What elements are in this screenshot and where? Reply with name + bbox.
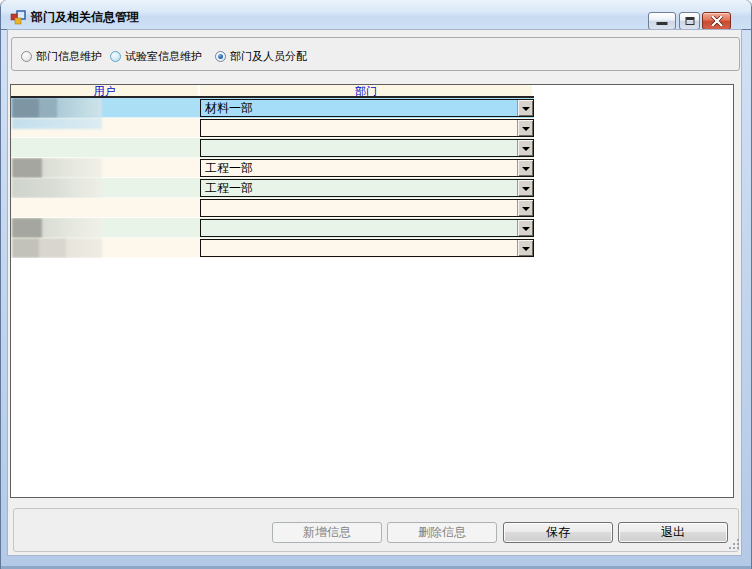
grid-row[interactable]: 工程一部 [11, 158, 534, 178]
department-combobox[interactable] [200, 219, 534, 237]
close-button[interactable] [702, 12, 731, 30]
grid-row[interactable]: 工程一部 [11, 178, 534, 198]
save-button[interactable]: 保存 [503, 522, 613, 543]
dropdown-arrow-button[interactable] [517, 160, 533, 176]
grid-row[interactable] [11, 118, 534, 138]
chevron-down-icon [522, 107, 530, 111]
radio-option-dept-personnel[interactable]: 部门及人员分配 [215, 50, 307, 62]
grid-row[interactable] [11, 238, 534, 258]
footer-panel: 新增信息删除信息保存退出 [13, 508, 739, 552]
chevron-down-icon [522, 127, 530, 131]
department-combobox[interactable] [200, 139, 534, 157]
user-cell[interactable] [11, 138, 200, 158]
redacted-username [12, 118, 102, 129]
department-cell [200, 218, 534, 238]
dropdown-arrow-button[interactable] [517, 140, 533, 156]
radio-label: 部门及人员分配 [230, 50, 307, 62]
column-header-user[interactable]: 用户 [11, 85, 200, 96]
titlebar[interactable]: 部门及相关信息管理 [0, 0, 752, 30]
dropdown-arrow-button[interactable] [517, 200, 533, 216]
department-cell [200, 118, 534, 138]
redacted-username [12, 218, 102, 238]
department-cell: 材料一部 [200, 98, 534, 118]
department-combobox[interactable] [200, 239, 534, 257]
radio-option-dept-info[interactable]: 部门信息维护 [21, 50, 102, 62]
user-cell[interactable] [11, 158, 200, 178]
department-cell: 工程一部 [200, 178, 534, 198]
minimize-button[interactable] [648, 12, 676, 30]
combobox-value: 工程一部 [205, 161, 253, 175]
department-cell [200, 198, 534, 218]
user-cell[interactable] [11, 98, 200, 118]
combobox-value: 工程一部 [205, 181, 253, 195]
department-combobox[interactable]: 材料一部 [200, 99, 534, 117]
grid-header: 用户 部门 [11, 85, 534, 98]
redacted-username [12, 238, 102, 258]
redacted-username [12, 98, 102, 118]
chevron-down-icon [522, 167, 530, 171]
chevron-down-icon [522, 207, 530, 211]
redacted-username [12, 158, 102, 178]
user-cell[interactable] [11, 218, 200, 238]
redacted-username [12, 178, 102, 198]
department-cell [200, 238, 534, 258]
close-icon [711, 16, 723, 26]
department-combobox[interactable]: 工程一部 [200, 179, 534, 197]
dropdown-arrow-button[interactable] [517, 100, 533, 116]
resize-grip[interactable] [729, 539, 741, 551]
radio-circle-icon [215, 51, 226, 62]
dropdown-arrow-button[interactable] [517, 240, 533, 256]
radio-option-lab-info[interactable]: 试验室信息维护 [110, 50, 202, 62]
minimize-icon [657, 22, 668, 25]
exit-button[interactable]: 退出 [618, 522, 728, 543]
delete-info-button[interactable]: 删除信息 [387, 522, 497, 543]
user-cell[interactable] [11, 118, 200, 138]
maximize-icon [685, 17, 694, 25]
window-title: 部门及相关信息管理 [31, 9, 139, 26]
radio-group: 部门信息维护 试验室信息维护 部门及人员分配 [11, 37, 740, 71]
user-cell[interactable] [11, 198, 200, 218]
department-cell [200, 138, 534, 158]
data-grid[interactable]: 用户 部门 材料一部 [10, 84, 734, 498]
grid-row[interactable] [11, 138, 534, 158]
department-combobox[interactable] [200, 119, 534, 137]
window: 部门及相关信息管理 部门信息维护 试验室信息维护 部门及人员分配 [0, 0, 752, 569]
grid-row[interactable] [11, 218, 534, 238]
radio-circle-icon [110, 51, 121, 62]
grid-row[interactable] [11, 198, 534, 218]
department-combobox[interactable]: 工程一部 [200, 159, 534, 177]
chevron-down-icon [522, 227, 530, 231]
department-combobox[interactable] [200, 199, 534, 217]
chevron-down-icon [522, 147, 530, 151]
dropdown-arrow-button[interactable] [517, 220, 533, 236]
add-info-button[interactable]: 新增信息 [272, 522, 382, 543]
dropdown-arrow-button[interactable] [517, 180, 533, 196]
grid-row[interactable]: 材料一部 [11, 98, 534, 118]
user-cell[interactable] [11, 178, 200, 198]
chevron-down-icon [522, 247, 530, 251]
user-cell[interactable] [11, 238, 200, 258]
app-icon [10, 10, 26, 26]
radio-label: 试验室信息维护 [125, 50, 202, 62]
maximize-button[interactable] [679, 12, 700, 30]
column-header-department[interactable]: 部门 [200, 85, 532, 96]
combobox-value: 材料一部 [205, 101, 253, 115]
chevron-down-icon [522, 187, 530, 191]
grid-rows: 材料一部 [11, 98, 733, 258]
radio-label: 部门信息维护 [36, 50, 102, 62]
radio-circle-icon [21, 51, 32, 62]
department-cell: 工程一部 [200, 158, 534, 178]
dropdown-arrow-button[interactable] [517, 120, 533, 136]
